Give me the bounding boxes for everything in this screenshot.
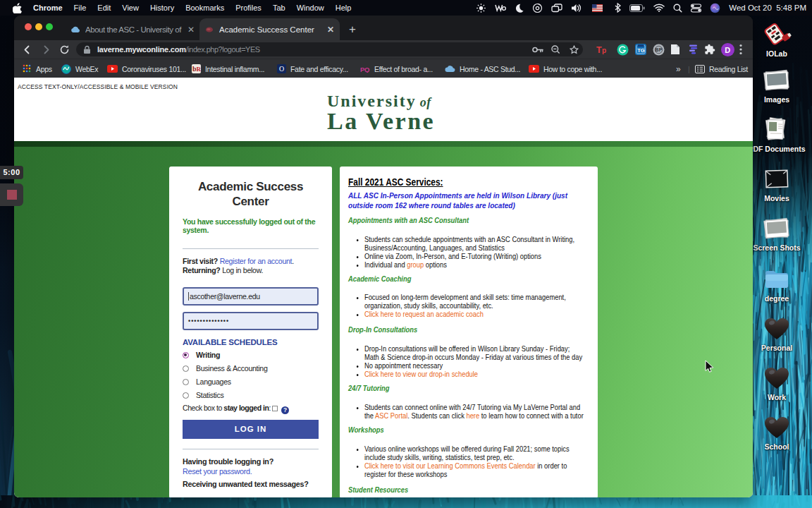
svg-text:O: O [279, 65, 284, 73]
svg-text:T: T [596, 45, 602, 55]
svg-text:R: R [197, 66, 202, 73]
svg-text:D: D [725, 45, 730, 54]
svg-text:TG: TG [637, 47, 645, 54]
svg-text:p: p [602, 47, 606, 54]
svg-text:PQ: PQ [360, 66, 369, 73]
svg-text:BP: BP [656, 47, 663, 52]
